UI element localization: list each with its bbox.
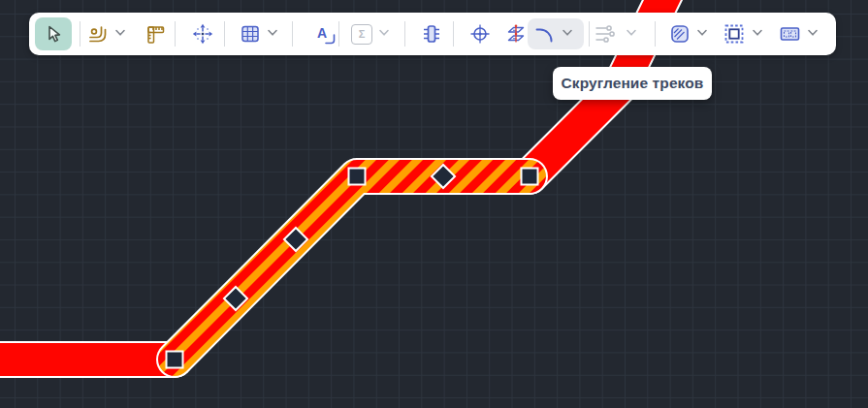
copper-pour-dropdown-chevron[interactable] [696, 29, 708, 37]
separator [404, 21, 405, 47]
grid-tool-button[interactable] [238, 21, 263, 47]
move-tool-button[interactable] [190, 21, 215, 47]
route-icon [87, 23, 109, 45]
sigma-icon: Σ [351, 24, 372, 45]
vertex-handle[interactable] [349, 169, 366, 185]
measure-tool-button[interactable] [144, 21, 169, 47]
fanout-tool-button[interactable] [593, 21, 618, 47]
origin-tool-button[interactable] [467, 21, 493, 47]
vertex-handle[interactable] [167, 352, 183, 368]
ruler-icon [145, 23, 167, 45]
separator [175, 21, 176, 47]
keepout-icon [723, 23, 745, 45]
grid-icon [240, 23, 261, 45]
keepout-dropdown-chevron[interactable] [752, 29, 763, 37]
text-corner-icon [325, 34, 336, 45]
main-toolbar: A Σ [29, 13, 836, 55]
separator [292, 21, 293, 47]
tooltip: Скругление треков [553, 67, 712, 100]
layer-flip-icon [505, 23, 527, 45]
cursor-icon [44, 24, 63, 44]
net-fanout-icon [594, 23, 617, 45]
chip-icon [421, 23, 442, 45]
separator [80, 21, 80, 47]
formula-tool-button[interactable]: Σ [349, 21, 374, 47]
separator [338, 21, 339, 47]
layer-flip-tool-button[interactable] [503, 21, 529, 47]
component-tool-button[interactable] [419, 21, 444, 47]
copper-pour-tool-button[interactable] [667, 21, 692, 47]
move-arrows-icon [192, 23, 213, 45]
separator [224, 21, 225, 47]
board-layer [0, 0, 868, 408]
route-tool-button[interactable] [85, 21, 111, 47]
panel-icon [779, 23, 801, 45]
track-fillet-dropdown-chevron[interactable] [562, 29, 573, 37]
select-tool-button[interactable] [35, 17, 72, 50]
tooltip-text: Скругление треков [562, 75, 704, 92]
pcb-canvas[interactable] [0, 0, 868, 408]
separator [453, 21, 454, 47]
formula-dropdown-chevron[interactable] [378, 29, 390, 37]
text-tool-button[interactable]: A [312, 21, 338, 47]
panel-tool-button[interactable] [777, 21, 802, 47]
copper-pour-icon [669, 23, 691, 45]
grid-dropdown-chevron[interactable] [267, 29, 278, 37]
arc-icon [534, 23, 556, 45]
route-dropdown-chevron[interactable] [114, 29, 126, 37]
vertex-handle[interactable] [522, 169, 538, 185]
track-fillet-tool-button[interactable] [532, 21, 558, 47]
track-selected[interactable] [175, 176, 530, 360]
separator [589, 21, 590, 47]
panel-dropdown-chevron[interactable] [807, 29, 819, 37]
fanout-dropdown-chevron[interactable] [626, 29, 637, 37]
crosshair-icon [469, 23, 491, 45]
separator [655, 21, 656, 47]
keepout-tool-button[interactable] [722, 21, 747, 47]
